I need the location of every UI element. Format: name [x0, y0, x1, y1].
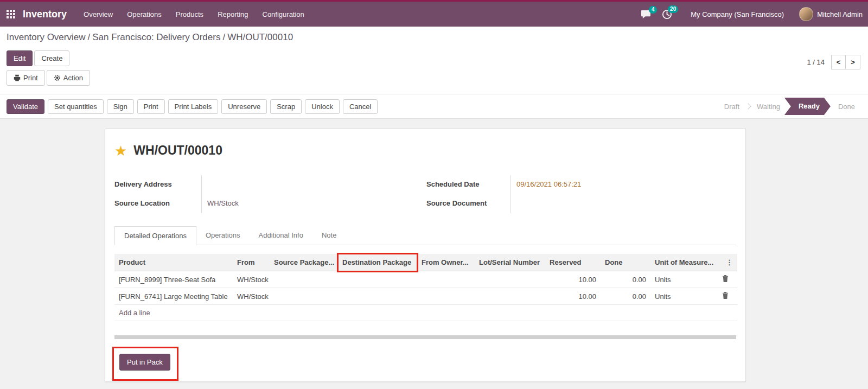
cell-uom: Units — [650, 271, 716, 288]
source-location-value[interactable]: WH/Stock — [201, 194, 426, 213]
col-lot-serial-number: Lot/Serial Number — [475, 254, 545, 271]
put-in-pack-button[interactable]: Put in Pack — [119, 354, 170, 371]
breadcrumb-separator: / — [86, 32, 93, 42]
source-document-value — [510, 194, 736, 213]
cell-destination-package — [338, 271, 417, 288]
stage-draft[interactable]: Draft — [717, 103, 747, 111]
col-from: From — [233, 254, 270, 271]
delete-row-button[interactable] — [720, 275, 731, 282]
cell-source-package — [270, 271, 338, 288]
cell-reserved: 10.00 — [545, 288, 601, 305]
col-reserved: Reserved — [545, 254, 601, 271]
cell-done: 0.00 — [601, 288, 650, 305]
control-panel: Inventory Overview/San Francisco: Delive… — [0, 27, 868, 94]
cell-from-owner — [417, 288, 475, 305]
scheduled-date-value: 09/16/2021 06:57:21 — [510, 175, 736, 194]
apps-grid-icon[interactable] — [7, 10, 15, 18]
cell-lot-serial — [475, 271, 545, 288]
col-unit-of-measure: Unit of Measure... — [650, 254, 716, 271]
pager: 1 / 14 < > — [807, 55, 860, 69]
gear-icon — [54, 74, 61, 81]
add-a-line-link[interactable]: Add a line — [119, 309, 150, 317]
cell-product: [FURN_8999] Three-Seat Sofa — [114, 271, 233, 288]
col-from-owner: From Owner... — [417, 254, 475, 271]
print-menu-button[interactable]: Print — [7, 70, 45, 86]
user-avatar[interactable] — [799, 7, 813, 21]
print-button[interactable]: Print — [137, 99, 165, 114]
cancel-button[interactable]: Cancel — [343, 99, 378, 114]
nav-menu-reporting[interactable]: Reporting — [210, 3, 255, 26]
trash-icon — [722, 275, 729, 282]
document-title: WH/OUT/00010 — [133, 143, 222, 158]
nav-menu-operations[interactable]: Operations — [120, 3, 169, 26]
source-location-label: Source Location — [114, 194, 201, 213]
pager-count: 1 / 14 — [807, 58, 825, 66]
user-name[interactable]: Mitchell Admin — [817, 10, 863, 18]
action-menu-button[interactable]: Action — [47, 70, 90, 86]
unreserve-button[interactable]: Unreserve — [221, 99, 267, 114]
cell-source-package — [270, 288, 338, 305]
table-row[interactable]: [FURN_8999] Three-Seat Sofa WH/Stock 10.… — [114, 271, 737, 288]
statusbar: Validate Set quantities Sign Print Print… — [0, 94, 868, 119]
scrap-button[interactable]: Scrap — [270, 99, 302, 114]
cell-from-owner — [417, 271, 475, 288]
breadcrumb-inventory-overview[interactable]: Inventory Overview — [7, 32, 86, 42]
nav-menu-overview[interactable]: Overview — [76, 3, 120, 26]
table-row[interactable]: [FURN_6741] Large Meeting Table WH/Stock… — [114, 288, 737, 305]
delete-row-button[interactable] — [720, 292, 731, 299]
validate-button[interactable]: Validate — [7, 99, 44, 114]
create-button[interactable]: Create — [34, 50, 69, 66]
tab-note[interactable]: Note — [312, 226, 346, 245]
trash-icon — [722, 292, 729, 299]
form-sheet: ★ WH/OUT/00010 Delivery Address Source L… — [105, 129, 746, 382]
cell-reserved: 10.00 — [545, 271, 601, 288]
set-quantities-button[interactable]: Set quantities — [48, 99, 104, 114]
col-destination-package-highlighted: Destination Package — [338, 254, 417, 271]
cell-destination-package — [338, 288, 417, 305]
cell-done: 0.00 — [601, 271, 650, 288]
app-name[interactable]: Inventory — [23, 9, 67, 20]
breadcrumb-delivery-orders[interactable]: San Francisco: Delivery Orders — [92, 32, 220, 42]
breadcrumb-current: WH/OUT/00010 — [227, 32, 293, 42]
delivery-address-value — [201, 175, 426, 194]
col-done: Done — [601, 254, 650, 271]
sign-button[interactable]: Sign — [107, 99, 134, 114]
highlight-box: Put in Pack — [112, 347, 178, 381]
nav-menu-products[interactable]: Products — [169, 3, 210, 26]
status-pipeline: Draft Waiting Ready Done — [717, 98, 863, 115]
stage-ready[interactable]: Ready — [784, 98, 831, 115]
pager-next-button[interactable]: > — [846, 55, 860, 69]
breadcrumb-separator: / — [220, 32, 227, 42]
nav-menu-configuration[interactable]: Configuration — [256, 3, 311, 26]
notebook-tabs: Detailed Operations Operations Additiona… — [114, 226, 736, 245]
cell-uom: Units — [650, 288, 716, 305]
stage-done[interactable]: Done — [831, 103, 863, 111]
company-switcher[interactable]: My Company (San Francisco) — [691, 10, 784, 18]
tab-additional-info[interactable]: Additional Info — [250, 226, 312, 245]
detailed-operations-table: Product From Source Package... Destinati… — [114, 254, 737, 321]
pager-previous-button[interactable]: < — [831, 55, 846, 69]
print-labels-button[interactable]: Print Labels — [168, 99, 219, 114]
horizontal-scrollbar[interactable] — [114, 335, 736, 339]
content-area: ★ WH/OUT/00010 Delivery Address Source L… — [0, 119, 868, 389]
optional-columns-icon[interactable]: ⋮ — [726, 258, 733, 266]
printer-icon — [14, 74, 21, 81]
unlock-button[interactable]: Unlock — [305, 99, 340, 114]
edit-button[interactable]: Edit — [7, 50, 33, 66]
col-source-package: Source Package... — [270, 254, 338, 271]
stage-waiting[interactable]: Waiting — [749, 103, 788, 111]
cell-from: WH/Stock — [233, 271, 270, 288]
add-line-row: Add a line — [114, 305, 737, 321]
tab-detailed-operations[interactable]: Detailed Operations — [114, 226, 196, 245]
cell-lot-serial — [475, 288, 545, 305]
activities-icon[interactable]: 20 — [662, 9, 672, 20]
messages-badge: 4 — [649, 6, 657, 14]
messages-icon[interactable]: 4 — [641, 10, 651, 19]
cell-product: [FURN_6741] Large Meeting Table — [114, 288, 233, 305]
favorite-star-icon[interactable]: ★ — [114, 144, 127, 158]
source-document-label: Source Document — [426, 194, 510, 213]
tab-operations[interactable]: Operations — [196, 226, 250, 245]
scheduled-date-label: Scheduled Date — [426, 175, 510, 194]
navbar: Inventory Overview Operations Products R… — [0, 2, 868, 27]
delivery-address-label: Delivery Address — [114, 175, 201, 194]
